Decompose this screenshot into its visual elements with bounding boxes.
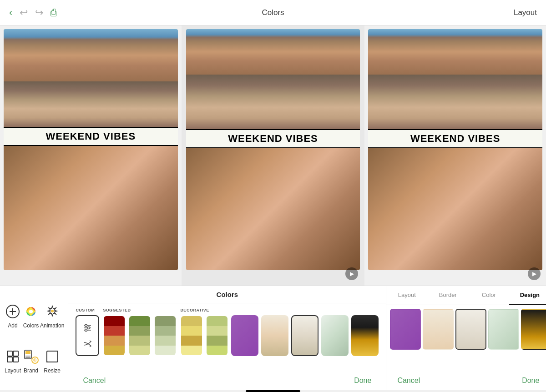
template-selected[interactable] bbox=[291, 315, 318, 356]
svg-rect-7 bbox=[13, 351, 18, 356]
tool-add[interactable]: Add bbox=[4, 302, 22, 329]
photo-top-left bbox=[4, 29, 178, 81]
photo-bot-left bbox=[4, 146, 178, 270]
decorative-category: DECORATIVE bbox=[180, 308, 379, 356]
svg-rect-6 bbox=[7, 351, 12, 356]
toolbar-right-title: Layout bbox=[514, 8, 537, 17]
tool-resize[interactable]: Resize bbox=[43, 347, 61, 374]
colors-actions: Cancel Done bbox=[68, 371, 386, 390]
photo-mid-right bbox=[368, 75, 542, 129]
design-thumbs bbox=[386, 305, 546, 371]
design-thumb-1[interactable] bbox=[390, 309, 421, 350]
redo-icon[interactable]: ↪ bbox=[35, 7, 43, 19]
design-actions: Cancel Done bbox=[386, 371, 546, 390]
tab-design[interactable]: Design bbox=[509, 286, 546, 305]
tab-border[interactable]: Border bbox=[427, 286, 468, 305]
undo-icon[interactable]: ↩ bbox=[20, 7, 28, 19]
swatch-green[interactable] bbox=[128, 315, 151, 356]
play-button-center[interactable]: ▶ bbox=[345, 267, 358, 280]
toolbar-left: ‹ ↩ ↪ ⎙ bbox=[9, 7, 56, 19]
svg-point-20 bbox=[88, 327, 90, 329]
collage-center[interactable]: WEEKEND VIBES bbox=[186, 29, 360, 270]
colors-done-button[interactable]: Done bbox=[350, 375, 375, 387]
suggested-swatches bbox=[103, 315, 177, 356]
canvas-panel-center: WEEKEND VIBES ▶ bbox=[182, 25, 364, 286]
svg-rect-8 bbox=[7, 357, 12, 362]
brand-icon: © bbox=[22, 347, 40, 366]
custom-swatch[interactable] bbox=[76, 315, 99, 356]
resize-icon bbox=[43, 347, 61, 366]
tool-animation-label: Animation bbox=[40, 322, 64, 329]
design-done-button[interactable]: Done bbox=[518, 375, 543, 387]
colors-panel-title: Colors bbox=[68, 286, 386, 303]
canvas-panel-right: WEEKEND VIBES ▶ bbox=[364, 25, 546, 286]
tool-panel: Add Colors Ani bbox=[0, 286, 68, 390]
collage-left[interactable]: WEEKEND VIBES bbox=[4, 29, 178, 270]
svg-point-22 bbox=[85, 329, 87, 331]
design-tabs: Layout Border Color Design bbox=[386, 286, 546, 305]
decorative-swatches bbox=[180, 315, 379, 356]
text-banner-center: WEEKEND VIBES bbox=[186, 129, 360, 148]
tool-brand[interactable]: © Brand bbox=[22, 347, 40, 374]
tool-colors-label: Colors bbox=[23, 322, 39, 329]
swatch-deco-yellow[interactable] bbox=[180, 315, 203, 356]
tool-layout[interactable]: Layout bbox=[4, 347, 22, 374]
share-icon[interactable]: ⎙ bbox=[51, 7, 56, 19]
suggested-label: SUGGESTED bbox=[103, 308, 177, 312]
shuffle-icon bbox=[82, 339, 92, 349]
animation-icon bbox=[43, 302, 61, 321]
svg-text:©: © bbox=[33, 358, 37, 363]
svg-rect-11 bbox=[25, 351, 30, 354]
photo-mid-center bbox=[186, 75, 360, 129]
svg-point-18 bbox=[85, 324, 87, 327]
template-taxi[interactable] bbox=[351, 315, 379, 356]
svg-point-5 bbox=[51, 310, 54, 312]
swatch-sage[interactable] bbox=[154, 315, 177, 356]
photo-bot-center bbox=[186, 148, 360, 270]
colors-panel: Colors CUSTOM bbox=[68, 286, 386, 390]
colors-icon bbox=[22, 302, 40, 321]
design-thumb-4[interactable] bbox=[488, 309, 519, 350]
canvas-area: WEEKEND VIBES WEEKEND VIBES ▶ WEEKEND VI… bbox=[0, 25, 546, 286]
template-flowers[interactable] bbox=[321, 315, 349, 356]
design-thumb-3[interactable] bbox=[455, 309, 486, 350]
photo-top-center bbox=[186, 29, 360, 75]
play-button-right[interactable]: ▶ bbox=[528, 267, 541, 280]
canvas-panel-left: WEEKEND VIBES bbox=[0, 25, 182, 286]
bottom-section: Add Colors Ani bbox=[0, 286, 546, 390]
design-thumb-5[interactable] bbox=[521, 309, 546, 350]
photo-top-right bbox=[368, 29, 542, 75]
back-icon[interactable]: ‹ bbox=[9, 7, 12, 19]
template-recipe[interactable] bbox=[261, 315, 288, 356]
home-indicator bbox=[246, 390, 300, 392]
template-purple[interactable] bbox=[231, 315, 258, 356]
color-categories: CUSTOM bbox=[68, 303, 386, 359]
collage-right[interactable]: WEEKEND VIBES bbox=[368, 29, 542, 270]
suggested-category: SUGGESTED bbox=[103, 308, 177, 356]
swatch-warm[interactable] bbox=[103, 315, 126, 356]
tab-color[interactable]: Color bbox=[468, 286, 509, 305]
bottom-bar bbox=[0, 390, 546, 392]
sliders-icon bbox=[82, 323, 92, 333]
tool-resize-label: Resize bbox=[44, 367, 61, 374]
custom-category: CUSTOM bbox=[76, 308, 99, 356]
svg-rect-16 bbox=[47, 351, 58, 362]
add-icon bbox=[4, 302, 22, 321]
tool-brand-label: Brand bbox=[24, 367, 38, 374]
design-thumb-2[interactable] bbox=[423, 309, 454, 350]
svg-rect-9 bbox=[13, 357, 18, 362]
text-banner-left: WEEKEND VIBES bbox=[4, 127, 178, 146]
tool-layout-label: Layout bbox=[5, 367, 21, 374]
custom-label: CUSTOM bbox=[76, 308, 99, 312]
svg-point-4 bbox=[29, 310, 33, 313]
tool-colors[interactable]: Colors bbox=[22, 302, 40, 329]
layout-icon bbox=[4, 347, 22, 366]
photo-mid-left bbox=[4, 81, 178, 127]
colors-cancel-button[interactable]: Cancel bbox=[79, 375, 109, 387]
tab-layout[interactable]: Layout bbox=[386, 286, 427, 305]
main-content: WEEKEND VIBES WEEKEND VIBES ▶ WEEKEND VI… bbox=[0, 25, 546, 286]
design-cancel-button[interactable]: Cancel bbox=[394, 375, 424, 387]
swatch-deco-sage[interactable] bbox=[206, 315, 228, 356]
tool-animation[interactable]: Animation bbox=[40, 302, 64, 329]
design-panel: Layout Border Color Design Cancel Done bbox=[386, 286, 546, 390]
